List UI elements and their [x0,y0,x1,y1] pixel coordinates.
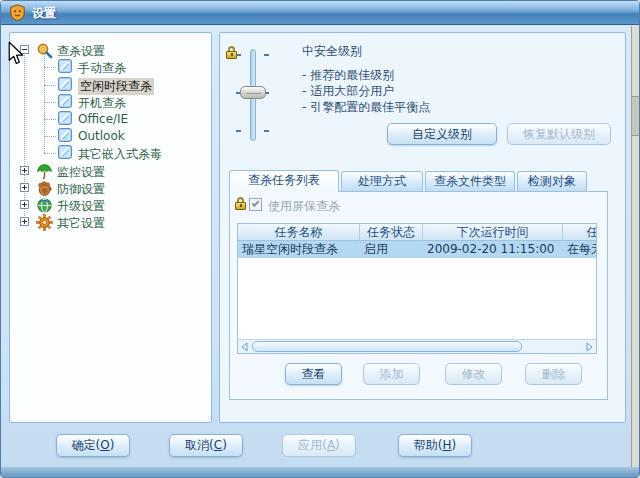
lock-icon [235,197,246,210]
scroll-right-icon[interactable] [583,341,595,353]
help-button[interactable]: 帮助(H) [398,434,472,457]
tree-item-other-settings[interactable]: 其它设置 [10,214,211,231]
tree-item-label: Office/IE [78,112,128,126]
tree-item-label: 其它设置 [57,215,105,232]
table-header-row: 任务名称 任务状态 下次运行时间 任务运行时间 [238,224,597,241]
tree-item-office-ie[interactable]: Office/IE [10,111,211,128]
column-header-task-status[interactable]: 任务状态 [360,224,423,241]
tree-item-label: 手动查杀 [78,60,126,77]
apply-button: 应用(A) [282,434,356,457]
document-icon [58,59,72,73]
slider-tick [264,54,269,56]
view-task-button[interactable]: 查看 [285,363,342,385]
tab-scan-task-list[interactable]: 查杀任务列表 [229,170,339,192]
expand-icon[interactable] [20,166,29,175]
tree-item-outlook[interactable]: Outlook [10,128,211,145]
cell-run-schedule: 在每天 [563,241,597,258]
lock-icon [226,46,237,59]
app-logo-icon [9,4,26,21]
table-row-selected[interactable]: 瑞星空闲时段查杀 启用 2009-02-20 11:15:00 在每天 [238,241,597,258]
tree-item-label-selected: 空闲时段查杀 [78,78,154,95]
horizontal-scrollbar[interactable] [238,339,596,353]
expand-icon[interactable] [20,217,29,226]
security-level-slider-handle[interactable] [240,86,266,99]
cancel-button[interactable]: 取消(C) [169,434,243,457]
document-icon [58,111,72,125]
cell-task-name: 瑞星空闲时段查杀 [238,241,360,258]
magnifier-icon [36,42,53,59]
tree-item-boot-scan[interactable]: 开机查杀 [10,94,211,111]
modify-task-button: 修改 [445,363,502,385]
tree-item-label: Outlook [78,129,125,143]
ok-button[interactable]: 确定(O) [56,434,130,457]
cell-next-run-time: 2009-02-20 11:15:00 [423,241,563,258]
tree-item-label: 其它嵌入式杀毒 [78,146,162,163]
tree-item-idle-scan-selected[interactable]: 空闲时段查杀 [10,77,211,94]
delete-task-button: 删除 [525,363,582,385]
gear-icon [36,214,53,231]
scan-settings-panel: 中安全级别 - 推荐的最佳级别 - 适用大部分用户 - 引擎配置的最佳平衡点 自… [219,32,626,423]
mouse-cursor [8,41,24,67]
expand-icon[interactable] [20,200,29,209]
background-scrollbar [632,96,639,136]
tab-process-method[interactable]: 处理方式 [341,171,423,191]
tab-file-types[interactable]: 查杀文件类型 [425,171,515,191]
column-header-run-schedule[interactable]: 任务运行时间 [563,224,597,241]
security-level-bullet: - 推荐的最佳级别 [302,67,602,83]
background-window-edge [631,26,639,478]
tree-item-label: 升级设置 [57,198,105,215]
tree-item-update-settings[interactable]: 升级设置 [10,197,211,214]
globe-icon [36,197,53,214]
column-header-next-run-time[interactable]: 下次运行时间 [423,224,563,241]
document-icon [58,145,72,159]
security-level-bullet: - 适用大部分用户 [302,83,602,99]
expand-icon[interactable] [20,183,29,192]
tree-item-label: 监控设置 [57,164,105,181]
slider-tick [236,54,241,56]
tree-item-scan-settings[interactable]: 查杀设置 [10,42,211,59]
add-task-button: 添加 [363,363,420,385]
tree-item-manual-scan[interactable]: 手动查杀 [10,59,211,76]
document-icon [58,94,72,108]
slider-tick [264,130,269,132]
slider-tick [236,130,241,132]
scrollbar-thumb[interactable] [252,341,522,352]
tree-item-label: 查杀设置 [57,43,105,60]
settings-window: 设置 查杀设置 手动查杀 [0,0,640,478]
column-header-task-name[interactable]: 任务名称 [238,224,360,241]
security-level-bullet: - 引擎配置的最佳平衡点 [302,99,602,115]
window-bottom-edge [1,467,639,478]
tree-item-label: 开机查杀 [78,95,126,112]
screensaver-scan-label: 使用屏保查杀 [268,198,340,215]
tree-item-label: 防御设置 [57,181,105,198]
scan-task-table[interactable]: 任务名称 任务状态 下次运行时间 任务运行时间 瑞星空闲时段查杀 启用 2009… [237,223,597,354]
document-icon [58,77,72,91]
scroll-left-icon[interactable] [239,341,251,353]
tab-content: 使用屏保查杀 任务名称 任务状态 下次运行时间 任务运行时间 瑞星空闲时段查杀 … [229,191,608,400]
tab-detect-objects[interactable]: 检测对象 [517,171,587,191]
cell-task-status: 启用 [360,241,423,258]
title-bar[interactable]: 设置 [1,1,639,25]
document-icon [58,128,72,142]
restore-default-level-button: 恢复默认级别 [507,123,611,145]
umbrella-icon [36,163,53,180]
glove-icon [36,180,53,197]
tree-item-embedded-av[interactable]: 其它嵌入式杀毒 [10,145,211,162]
custom-level-button[interactable]: 自定义级别 [387,123,497,145]
settings-tree-panel: 查杀设置 手动查杀 空闲时段查杀 开机查杀 [9,32,212,423]
screensaver-scan-checkbox [249,198,262,211]
tree-item-monitor-settings[interactable]: 监控设置 [10,163,211,180]
security-level-title: 中安全级别 [302,43,362,60]
tree-item-defense-settings[interactable]: 防御设置 [10,180,211,197]
window-title: 设置 [32,5,56,22]
